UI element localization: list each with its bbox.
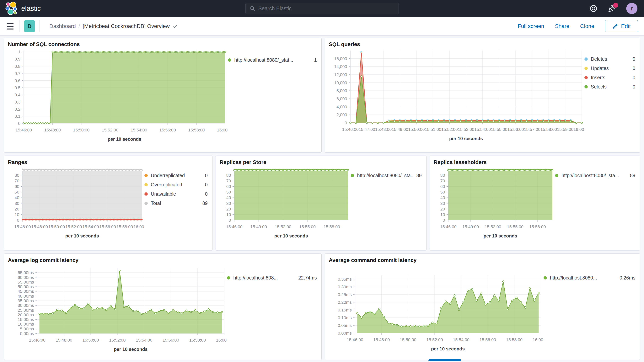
legend-value: 0 bbox=[632, 75, 635, 80]
share-button[interactable]: Share bbox=[555, 23, 570, 29]
panel-sql-connections: Number of SQL connections 10.90.80.70.60… bbox=[4, 38, 322, 152]
svg-text:15:46:00: 15:46:00 bbox=[14, 224, 31, 229]
elastic-logo[interactable]: elastic bbox=[0, 2, 120, 16]
chart-replicas-per-store[interactable]: 8070605040302010015:46:0015:49:0015:52:0… bbox=[220, 166, 351, 246]
legend-item[interactable]: http://localhost:8080/_sta...89 bbox=[351, 173, 422, 178]
svg-text:15:58:00: 15:58:00 bbox=[189, 338, 206, 342]
svg-text:0: 0 bbox=[345, 120, 347, 125]
legend-dot-icon bbox=[351, 174, 354, 177]
legend-value: 0 bbox=[205, 173, 208, 178]
page-title[interactable]: [Metricbeat CockroachDB] Overview bbox=[83, 23, 178, 29]
menu-button[interactable] bbox=[6, 22, 15, 30]
svg-text:15:52:00: 15:52:00 bbox=[275, 224, 291, 229]
svg-text:10: 10 bbox=[440, 212, 445, 217]
svg-text:0.25ms: 0.25ms bbox=[338, 292, 352, 297]
svg-text:8,000: 8,000 bbox=[336, 88, 347, 93]
svg-text:15:46:00: 15:46:00 bbox=[342, 127, 359, 132]
svg-text:0.6: 0.6 bbox=[14, 78, 20, 83]
svg-text:15:52:00: 15:52:00 bbox=[102, 128, 118, 132]
svg-text:16:00:00: 16:00:00 bbox=[217, 128, 228, 132]
legend-dot-icon bbox=[144, 183, 148, 186]
svg-text:20.00ms: 20.00ms bbox=[18, 312, 34, 317]
chart-sql-connections[interactable]: 10.90.80.70.60.50.40.30.20.1015:46:0015:… bbox=[8, 48, 228, 149]
panel-title: Average command commit latency bbox=[329, 257, 636, 263]
svg-text:70: 70 bbox=[226, 178, 231, 183]
svg-text:15:50:00: 15:50:00 bbox=[82, 338, 99, 342]
svg-text:60.00ms: 60.00ms bbox=[18, 275, 34, 280]
chart-legend: http://localhost:8080/_stat...1 bbox=[228, 48, 318, 149]
svg-text:15:49:00: 15:49:00 bbox=[392, 127, 408, 132]
global-search[interactable] bbox=[246, 3, 399, 14]
svg-text:60: 60 bbox=[440, 184, 445, 189]
svg-text:15:49:00: 15:49:00 bbox=[462, 224, 479, 229]
chart-replica-leaseholders[interactable]: 8070605040302010015:46:0015:49:0015:52:0… bbox=[434, 166, 555, 246]
search-input[interactable] bbox=[258, 6, 395, 12]
chart-svg: 0.35ms0.30ms0.25ms0.20ms0.15ms0.10ms0.05… bbox=[329, 264, 544, 358]
svg-text:15:48:00: 15:48:00 bbox=[56, 338, 72, 342]
svg-text:70: 70 bbox=[440, 178, 445, 183]
chart-ranges[interactable]: 8070605040302010015:46:0015:48:0015:50:0… bbox=[8, 166, 144, 246]
svg-text:50.00ms: 50.00ms bbox=[18, 284, 34, 289]
dashboard-app-badge[interactable]: D bbox=[24, 20, 35, 32]
legend-item[interactable]: http://localhost:8080/_sta...89 bbox=[555, 173, 635, 178]
svg-text:0.15ms: 0.15ms bbox=[338, 308, 352, 312]
chart-svg: 16,00014,00012,00010,0008,0006,0004,0002… bbox=[329, 48, 584, 148]
chart-sql-queries[interactable]: 16,00014,00012,00010,0008,0006,0004,0002… bbox=[329, 48, 584, 148]
legend-item[interactable]: Deletes0 bbox=[584, 56, 635, 62]
svg-text:15:48:00: 15:48:00 bbox=[31, 224, 48, 229]
legend-item[interactable]: http://localhost:8080/_stat...1 bbox=[228, 57, 317, 63]
whats-new-button[interactable] bbox=[608, 4, 616, 13]
legend-item[interactable]: Total89 bbox=[144, 200, 208, 206]
svg-text:20: 20 bbox=[15, 207, 19, 212]
legend-dot-icon bbox=[584, 85, 588, 88]
svg-text:16,000: 16,000 bbox=[334, 56, 347, 61]
chart-legend: http://localhost:8080/_sta...89 bbox=[351, 166, 422, 246]
chart-log-commit-latency[interactable]: 65.00ms60.00ms55.00ms50.00ms45.00ms40.00… bbox=[8, 264, 227, 359]
svg-text:20: 20 bbox=[226, 207, 231, 212]
legend-dot-icon bbox=[584, 58, 588, 61]
legend-item[interactable]: http://localhost:808...22.74ms bbox=[227, 275, 317, 281]
legend-item[interactable]: Selects0 bbox=[584, 84, 635, 90]
legend-label: Total bbox=[151, 200, 200, 206]
separator bbox=[19, 20, 20, 32]
chart-svg: 65.00ms60.00ms55.00ms50.00ms45.00ms40.00… bbox=[8, 264, 227, 358]
breadcrumb-separator: / bbox=[78, 23, 80, 29]
clone-button[interactable]: Clone bbox=[580, 23, 594, 29]
svg-text:15.00ms: 15.00ms bbox=[18, 317, 34, 322]
chart-svg: 10.90.80.70.60.50.40.30.20.1015:46:0015:… bbox=[8, 48, 228, 148]
breadcrumb-dashboard-link[interactable]: Dashboard bbox=[49, 23, 76, 29]
svg-text:15:58:00: 15:58:00 bbox=[540, 127, 557, 132]
svg-text:50: 50 bbox=[15, 190, 19, 194]
legend-dot-icon bbox=[144, 174, 148, 177]
svg-text:5.00ms: 5.00ms bbox=[20, 326, 34, 331]
svg-text:50: 50 bbox=[226, 190, 231, 194]
legend-item[interactable]: Inserts0 bbox=[584, 75, 635, 80]
svg-text:0.00ms: 0.00ms bbox=[338, 331, 352, 336]
legend-label: http://localhost:808... bbox=[233, 275, 296, 281]
svg-text:80: 80 bbox=[226, 173, 231, 178]
svg-text:4,000: 4,000 bbox=[336, 104, 347, 109]
svg-text:0.9: 0.9 bbox=[14, 57, 20, 62]
help-button[interactable] bbox=[589, 4, 598, 13]
legend-value: 1 bbox=[314, 57, 317, 63]
chart-command-commit-latency[interactable]: 0.35ms0.30ms0.25ms0.20ms0.15ms0.10ms0.05… bbox=[329, 264, 544, 358]
edit-button[interactable]: Edit bbox=[605, 20, 638, 32]
scrollbar-thumb[interactable] bbox=[428, 359, 461, 361]
svg-text:50: 50 bbox=[440, 190, 445, 194]
legend-value: 89 bbox=[630, 173, 635, 178]
legend-dot-icon bbox=[228, 58, 231, 62]
legend-item[interactable]: Unavailable0 bbox=[144, 191, 208, 197]
svg-text:0: 0 bbox=[229, 218, 231, 223]
panel-replicas-per-store: Replicas per Store 8070605040302010015:4… bbox=[216, 156, 426, 250]
legend-value: 0 bbox=[632, 66, 635, 71]
user-avatar[interactable]: r bbox=[626, 3, 638, 14]
panel-title: SQL queries bbox=[329, 41, 636, 48]
full-screen-button[interactable]: Full screen bbox=[518, 23, 544, 29]
svg-text:0.5: 0.5 bbox=[14, 86, 20, 90]
legend-item[interactable]: Updates0 bbox=[584, 66, 635, 71]
legend-item[interactable]: Underreplicated0 bbox=[144, 173, 208, 178]
legend-item[interactable]: Overreplicated0 bbox=[144, 182, 208, 188]
chart-legend: http://localhost:8080...0.26ms bbox=[544, 264, 636, 358]
legend-item[interactable]: http://localhost:8080...0.26ms bbox=[544, 275, 635, 281]
svg-text:15:52:00: 15:52:00 bbox=[65, 224, 82, 229]
